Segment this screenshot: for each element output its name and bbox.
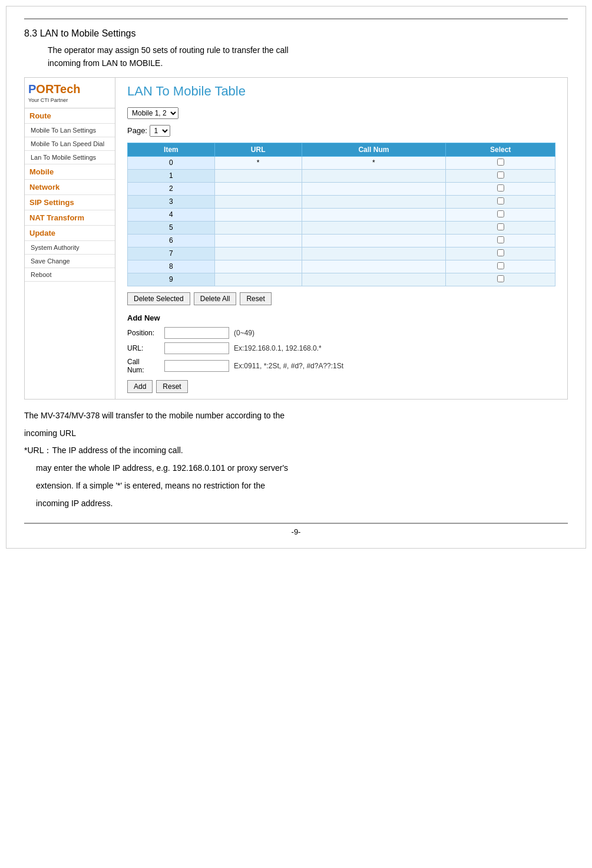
sidebar-item-mobile[interactable]: Mobile: [25, 164, 115, 180]
table-row-select[interactable]: [446, 169, 555, 182]
table-row-callnum: [302, 169, 446, 182]
table-row-callnum: [302, 247, 446, 260]
section-desc2: incoming from LAN to MOBILE.: [48, 57, 568, 70]
sidebar-item-system-authority[interactable]: System Authority: [25, 241, 115, 255]
url-input[interactable]: [164, 342, 229, 354]
delete-selected-button[interactable]: Delete Selected: [127, 292, 190, 305]
add-button[interactable]: Add: [127, 380, 153, 393]
table-row-item: 8: [128, 260, 215, 273]
content-title: LAN To Mobile Table: [127, 84, 555, 99]
sidebar-item-route[interactable]: Route: [25, 108, 115, 124]
bottom-line3: *URL：The IP address of the incoming call…: [24, 444, 568, 458]
row-checkbox[interactable]: [497, 171, 504, 179]
table-row-select[interactable]: [446, 182, 555, 195]
sidebar-item-sip[interactable]: SIP Settings: [25, 195, 115, 210]
sidebar-item-nat[interactable]: NAT Transform: [25, 210, 115, 226]
table-row-select[interactable]: [446, 221, 555, 234]
page-number: -9-: [24, 527, 568, 536]
bottom-line1: The MV-374/MV-378 will transfer to the m…: [24, 409, 568, 423]
table-row-callnum: [302, 182, 446, 195]
sidebar-item-save-change[interactable]: Save Change: [25, 255, 115, 268]
table-row-item: 3: [128, 195, 215, 208]
section-desc1: The operator may assign 50 sets of routi…: [48, 44, 568, 57]
table-row-select[interactable]: [446, 208, 555, 221]
table-row-item: 5: [128, 221, 215, 234]
table-row-url: *: [214, 156, 302, 169]
row-checkbox[interactable]: [497, 262, 504, 269]
table-row-select[interactable]: [446, 156, 555, 169]
table-row-select[interactable]: [446, 247, 555, 260]
table-row-url: [214, 273, 302, 286]
table-row-callnum: [302, 221, 446, 234]
sidebar-item-update[interactable]: Update: [25, 226, 115, 241]
table-row-url: [214, 247, 302, 260]
table-row-item: 4: [128, 208, 215, 221]
page-select[interactable]: 1: [150, 125, 170, 137]
logo-tagline: Your CTI Partner: [28, 97, 68, 103]
url-row: URL: Ex:192.168.0.1, 192.168.0.*: [127, 342, 555, 354]
position-input[interactable]: [164, 327, 229, 339]
table-row-callnum: [302, 273, 446, 286]
bottom-text: The MV-374/MV-378 will transfer to the m…: [24, 409, 568, 511]
sidebar-item-lan-to-mobile[interactable]: Lan To Mobile Settings: [25, 151, 115, 164]
delete-all-button[interactable]: Delete All: [194, 292, 237, 305]
table-row-url: [214, 221, 302, 234]
bottom-line6: incoming IP address.: [36, 497, 568, 511]
logo-brand: PORTech: [28, 82, 81, 96]
mobile-select[interactable]: Mobile 1, 2 Mobile 1 Mobile 2: [127, 107, 178, 119]
row-checkbox[interactable]: [497, 210, 504, 217]
position-label: Position:: [127, 329, 160, 337]
table-row-callnum: [302, 234, 446, 247]
callnum-hint: Ex:0911, *:2St, #, #d?, #d?A??:1St: [234, 362, 343, 370]
url-hint: Ex:192.168.0.1, 192.168.0.*: [234, 344, 322, 352]
table-row-callnum: *: [302, 156, 446, 169]
table-row-url: [214, 195, 302, 208]
table-row-select[interactable]: [446, 234, 555, 247]
table-row-select[interactable]: [446, 195, 555, 208]
row-checkbox[interactable]: [497, 223, 504, 230]
row-checkbox[interactable]: [497, 159, 504, 166]
lan-to-mobile-table: Item URL Call Num Select 0**123456789: [127, 143, 555, 286]
reset-form-button[interactable]: Reset: [156, 380, 187, 393]
logo: PORTech Your CTI Partner: [25, 78, 115, 108]
table-row-url: [214, 182, 302, 195]
bottom-line2: incoming URL: [24, 427, 568, 441]
table-row-item: 7: [128, 247, 215, 260]
bottom-line5: extension. If a simple '*' is entered, m…: [36, 479, 568, 493]
url-label: URL:: [127, 344, 160, 352]
sidebar-item-network[interactable]: Network: [25, 180, 115, 195]
table-row-select[interactable]: [446, 273, 555, 286]
table-row-url: [214, 169, 302, 182]
page-label: Page:: [127, 126, 147, 135]
position-hint: (0~49): [234, 329, 254, 337]
sidebar-item-mobile-to-lan-speed-dial[interactable]: Mobile To Lan Speed Dial: [25, 137, 115, 151]
row-checkbox[interactable]: [497, 236, 504, 243]
col-item: Item: [128, 143, 215, 156]
table-row-select[interactable]: [446, 260, 555, 273]
sidebar-item-mobile-to-lan[interactable]: Mobile To Lan Settings: [25, 124, 115, 137]
reset-table-button[interactable]: Reset: [240, 292, 271, 305]
row-checkbox[interactable]: [497, 249, 504, 256]
callnum-label: Call Num:: [127, 358, 160, 374]
bottom-line4: may enter the whole IP address, e.g. 192…: [36, 461, 568, 476]
table-row-item: 0: [128, 156, 215, 169]
add-new-section: Add New Position: (0~49) URL: Ex:192.168…: [127, 313, 555, 393]
table-row-item: 6: [128, 234, 215, 247]
table-row-url: [214, 208, 302, 221]
sidebar: PORTech Your CTI Partner Route Mobile To…: [24, 77, 115, 400]
callnum-row: Call Num: Ex:0911, *:2St, #, #d?, #d?A??…: [127, 358, 555, 374]
mobile-select-row: Mobile 1, 2 Mobile 1 Mobile 2: [127, 107, 555, 119]
callnum-input[interactable]: [164, 360, 229, 372]
table-buttons: Delete Selected Delete All Reset: [127, 292, 555, 305]
page-row: Page: 1: [127, 125, 555, 137]
section-title: 8.3 LAN to Mobile Settings: [24, 28, 568, 39]
table-row-item: 2: [128, 182, 215, 195]
table-row-item: 1: [128, 169, 215, 182]
table-row-url: [214, 234, 302, 247]
table-row-callnum: [302, 260, 446, 273]
row-checkbox[interactable]: [497, 197, 504, 204]
row-checkbox[interactable]: [497, 184, 504, 192]
row-checkbox[interactable]: [497, 275, 504, 282]
sidebar-item-reboot[interactable]: Reboot: [25, 268, 115, 282]
content-area: LAN To Mobile Table Mobile 1, 2 Mobile 1…: [115, 77, 568, 400]
